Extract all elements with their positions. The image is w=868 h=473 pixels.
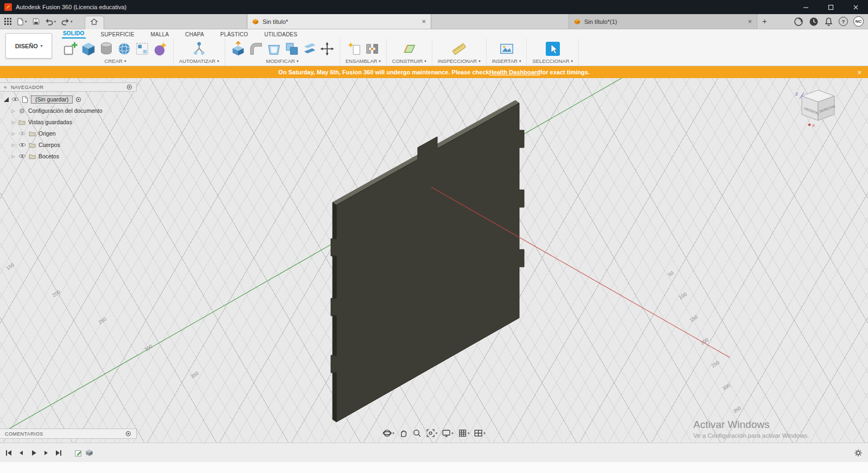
automate-icon[interactable] (192, 41, 207, 56)
file-menu-button[interactable]: ▾ (17, 18, 27, 25)
pan-button[interactable] (399, 429, 408, 438)
tab-solido[interactable]: SOLIDO (62, 30, 86, 39)
move-copy-icon[interactable] (320, 42, 334, 56)
zoom-button[interactable] (412, 429, 422, 438)
tab-malla[interactable]: MALLA (150, 31, 170, 39)
tree-row-root[interactable]: (Sin guardar) (4, 94, 137, 104)
select-icon[interactable] (545, 41, 561, 57)
panel-options-icon[interactable] (125, 431, 131, 437)
timeline-sketch-feature[interactable] (74, 449, 82, 457)
close-tab-icon[interactable]: × (748, 17, 752, 25)
tree-row-document-settings[interactable]: ▷ Configuración del documento (4, 106, 137, 116)
status-strip (0, 462, 868, 473)
job-status-clock-icon[interactable] (809, 17, 819, 27)
workspace-selector[interactable]: DISEÑO ▾ (5, 33, 52, 59)
radio-marker-icon[interactable] (75, 97, 81, 103)
viewport[interactable]: 150 200 250 300 350 50 100 150 200 250 3… (0, 78, 868, 443)
expand-icon[interactable]: ▷ (11, 120, 16, 125)
fit-button[interactable]: ▾ (426, 429, 438, 438)
view-cube[interactable]: Z FRONTAL DERECHA X (795, 90, 836, 128)
tab-chapa[interactable]: CHAPA (184, 31, 205, 39)
sphere-icon[interactable] (117, 41, 132, 56)
step-forward-button[interactable] (42, 449, 50, 457)
cylinder-icon[interactable] (99, 41, 114, 56)
tab-plastico[interactable]: PLÁSTICO (219, 31, 249, 39)
grid-settings-button[interactable]: ▾ (458, 429, 470, 438)
minimize-button[interactable] (793, 0, 818, 14)
insertar-dropdown[interactable]: INSERTAR▾ (492, 58, 521, 65)
root-document-label[interactable]: (Sin guardar) (31, 95, 73, 104)
play-button[interactable] (29, 449, 38, 457)
document-tab-1[interactable]: Sin título* × (247, 14, 431, 29)
press-pull-icon[interactable] (231, 41, 246, 56)
timeline-settings-gear-icon[interactable] (854, 449, 863, 457)
avatar[interactable]: NC (853, 16, 864, 27)
expand-icon[interactable]: ▷ (11, 143, 16, 148)
body-panel[interactable] (331, 100, 524, 422)
new-tab-button[interactable]: + (762, 16, 767, 25)
eye-icon[interactable] (11, 97, 19, 102)
redo-icon (61, 18, 69, 25)
expand-icon[interactable]: ▷ (11, 131, 16, 136)
form-icon[interactable] (152, 41, 168, 56)
timeline-body-feature[interactable] (85, 449, 93, 457)
tab-utilidades[interactable]: UTILIDADES (263, 31, 298, 39)
crear-dropdown[interactable]: CREAR▾ (105, 58, 126, 65)
save-button[interactable] (33, 18, 40, 25)
tree-row-bodies[interactable]: ▷ Cuerpos (4, 140, 137, 150)
inspeccionar-dropdown[interactable]: INSPECCIONAR▾ (438, 58, 481, 65)
tab-superficie[interactable]: SUPERFICIE (100, 31, 136, 39)
maximize-button[interactable] (818, 0, 843, 14)
banner-close-icon[interactable]: × (857, 68, 861, 76)
go-to-end-button[interactable] (54, 449, 63, 457)
combine-icon[interactable] (284, 41, 299, 56)
close-tab-icon[interactable]: × (422, 17, 426, 25)
create-sketch-icon[interactable] (63, 41, 78, 56)
viewports-button[interactable]: ▾ (474, 429, 486, 438)
navigator-header[interactable]: « NAVEGADOR (0, 82, 137, 92)
expand-icon[interactable]: ▷ (11, 154, 16, 159)
go-to-start-button[interactable] (4, 449, 13, 457)
close-button[interactable] (843, 0, 868, 14)
eye-icon[interactable] (18, 131, 26, 136)
help-button[interactable]: ? (839, 17, 848, 26)
modificar-dropdown[interactable]: MODIFICAR▾ (266, 58, 298, 65)
eye-icon[interactable] (18, 154, 26, 159)
eye-icon[interactable] (18, 142, 26, 148)
display-settings-button[interactable]: ▾ (442, 429, 454, 438)
notifications-bell-icon[interactable] (824, 17, 833, 27)
joint-icon[interactable] (365, 41, 380, 56)
measure-icon[interactable] (451, 41, 467, 56)
orbit-button[interactable]: ▾ (382, 429, 394, 438)
windows-activation-watermark: Activar Windows Ve a Configuración para … (693, 419, 809, 439)
home-view-button[interactable] (85, 16, 104, 29)
tree-row-sketches[interactable]: ▷ Bocetos (4, 151, 137, 161)
expand-icon[interactable]: ▷ (11, 108, 16, 113)
redo-button[interactable]: ▾ (61, 18, 73, 25)
workspace-label: DISEÑO (15, 43, 38, 49)
health-dashboard-link[interactable]: Health Dashboard (489, 69, 540, 75)
tree-row-saved-views[interactable]: ▷ Vistas guardadas (4, 117, 137, 127)
fillet-icon[interactable] (248, 41, 264, 56)
box-icon[interactable] (81, 41, 96, 56)
pattern-icon[interactable] (135, 41, 150, 56)
collapse-panel-icon[interactable]: « (4, 85, 7, 90)
navigator-title: NAVEGADOR (11, 85, 123, 90)
shell-icon[interactable] (266, 41, 282, 56)
document-tab-2[interactable]: Sin título*(1) × (569, 14, 757, 29)
automatizar-dropdown[interactable]: AUTOMATIZAR▾ (179, 58, 219, 65)
tree-row-origin[interactable]: ▷ Origen (4, 129, 137, 138)
comments-panel[interactable]: COMENTARIOS (0, 429, 137, 439)
app-menu-button[interactable] (4, 18, 11, 25)
seleccionar-dropdown[interactable]: SELECCIONAR▾ (532, 58, 573, 65)
ensamblar-dropdown[interactable]: ENSAMBLAR▾ (346, 58, 381, 65)
construir-dropdown[interactable]: CONSTRUIR▾ (392, 58, 426, 65)
offset-face-icon[interactable] (302, 41, 317, 56)
step-back-button[interactable] (17, 449, 25, 457)
panel-options-icon[interactable] (126, 84, 132, 90)
construction-plane-icon[interactable] (401, 41, 417, 56)
new-component-icon[interactable] (347, 41, 362, 56)
undo-button[interactable]: ▾ (45, 18, 56, 25)
insert-canvas-icon[interactable] (499, 41, 514, 56)
extensions-icon[interactable] (794, 17, 803, 27)
